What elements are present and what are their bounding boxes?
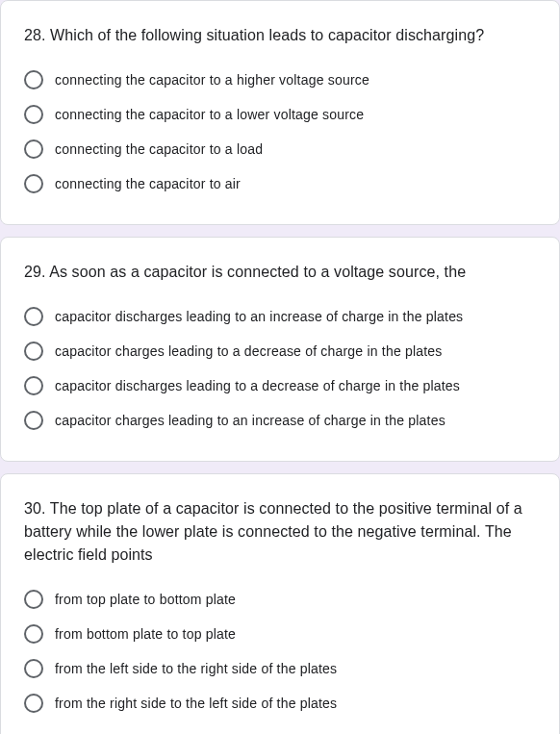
option-row[interactable]: from bottom plate to top plate (24, 617, 536, 651)
radio-icon (24, 376, 43, 395)
option-row[interactable]: connecting the capacitor to a higher vol… (24, 63, 536, 97)
option-row[interactable]: from the right side to the left side of … (24, 686, 536, 721)
radio-icon (24, 694, 43, 713)
radio-icon (24, 342, 43, 361)
radio-icon (24, 174, 43, 193)
option-row[interactable]: connecting the capacitor to a lower volt… (24, 97, 536, 132)
radio-icon (24, 624, 43, 644)
option-label: from the left side to the right side of … (55, 659, 337, 678)
option-label: capacitor discharges leading to a decrea… (55, 376, 460, 395)
radio-icon (24, 139, 43, 159)
radio-icon (24, 411, 43, 430)
option-label: capacitor charges leading to an increase… (55, 411, 445, 430)
option-label: capacitor discharges leading to an incre… (55, 307, 463, 326)
question-card-28: 28. Which of the following situation lea… (0, 0, 560, 225)
option-label: from the right side to the left side of … (55, 694, 337, 713)
option-label: from bottom plate to top plate (55, 624, 236, 644)
radio-icon (24, 659, 43, 678)
option-row[interactable]: capacitor discharges leading to an incre… (24, 299, 536, 334)
question-card-30: 30. The top plate of a capacitor is conn… (0, 473, 560, 734)
question-title: 28. Which of the following situation lea… (24, 24, 536, 47)
option-label: connecting the capacitor to air (55, 174, 241, 193)
option-label: connecting the capacitor to a load (55, 139, 263, 159)
option-row[interactable]: capacitor charges leading to an increase… (24, 403, 536, 438)
option-label: capacitor charges leading to a decrease … (55, 342, 443, 361)
question-card-29: 29. As soon as a capacitor is connected … (0, 237, 560, 462)
option-label: from top plate to bottom plate (55, 590, 236, 609)
option-row[interactable]: from top plate to bottom plate (24, 582, 536, 617)
radio-icon (24, 307, 43, 326)
option-row[interactable]: connecting the capacitor to a load (24, 132, 536, 166)
question-title: 29. As soon as a capacitor is connected … (24, 261, 536, 284)
question-title: 30. The top plate of a capacitor is conn… (24, 497, 536, 567)
option-row[interactable]: capacitor charges leading to a decrease … (24, 334, 536, 368)
radio-icon (24, 590, 43, 609)
option-row[interactable]: capacitor discharges leading to a decrea… (24, 368, 536, 403)
option-row[interactable]: from the left side to the right side of … (24, 651, 536, 686)
option-row[interactable]: connecting the capacitor to air (24, 166, 536, 201)
radio-icon (24, 105, 43, 124)
radio-icon (24, 70, 43, 89)
option-label: connecting the capacitor to a lower volt… (55, 105, 364, 124)
option-label: connecting the capacitor to a higher vol… (55, 70, 369, 89)
